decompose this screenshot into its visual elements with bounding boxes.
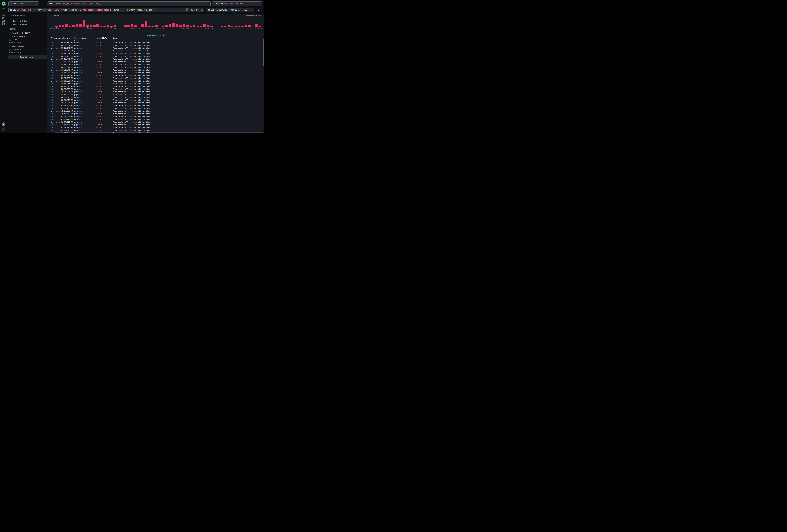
severity-info-label[interactable]: info bbox=[13, 39, 17, 41]
expand-chevron-icon[interactable]: › bbox=[48, 121, 49, 123]
histogram-bar[interactable] bbox=[183, 24, 185, 27]
expand-chevron-icon[interactable]: › bbox=[48, 85, 49, 88]
histogram-bar[interactable] bbox=[100, 26, 103, 27]
expand-chevron-icon[interactable]: › bbox=[48, 74, 49, 77]
expand-chevron-icon[interactable]: › bbox=[48, 112, 49, 115]
expand-chevron-icon[interactable]: › bbox=[48, 49, 49, 52]
histogram-bar[interactable] bbox=[241, 26, 244, 27]
histogram-bar[interactable] bbox=[204, 24, 206, 27]
expand-chevron-icon[interactable]: › bbox=[48, 102, 49, 104]
denoise-checkbox[interactable] bbox=[9, 32, 11, 34]
source-select[interactable]: Demo Logs bbox=[8, 1, 39, 6]
service-checkout-label[interactable]: checkout bbox=[13, 49, 21, 51]
log-row[interactable]: ›Jun 11 1:56:08.948 PMpaymenterrorVisa c… bbox=[47, 49, 262, 52]
histogram-bar[interactable] bbox=[93, 25, 95, 27]
expand-chevron-icon[interactable]: › bbox=[48, 71, 49, 74]
expand-chevron-icon[interactable]: › bbox=[48, 47, 49, 49]
user-avatar[interactable]: U bbox=[2, 127, 5, 131]
histogram-bar[interactable] bbox=[235, 26, 237, 27]
histogram-bar[interactable] bbox=[228, 25, 230, 27]
log-row[interactable]: ›Jun 11 1:54:52.241 PMpaymenterrorVisa c… bbox=[47, 69, 262, 71]
log-row[interactable]: ›Jun 11 1:53:41.873 PMpaymenterrorVisa c… bbox=[47, 85, 262, 88]
expand-chevron-icon[interactable]: › bbox=[48, 69, 49, 71]
log-row[interactable]: ›Jun 11 1:56:38.534 PMpaymenterrorVisa c… bbox=[47, 44, 262, 47]
histogram-bar[interactable] bbox=[83, 20, 85, 27]
log-row[interactable]: ›Jun 11 1:56:42.995 PMpaymenterrorVisa c… bbox=[47, 41, 262, 44]
log-row[interactable]: ›Jun 11 1:56:03.248 PMpaymenterrorVisa c… bbox=[47, 52, 262, 55]
expand-chevron-icon[interactable]: › bbox=[48, 41, 49, 44]
column-resize-handle[interactable]: ⋮ bbox=[111, 37, 112, 39]
histogram-bar[interactable] bbox=[238, 26, 240, 27]
histogram-bar[interactable] bbox=[245, 25, 247, 27]
expand-chevron-icon[interactable]: › bbox=[48, 93, 49, 96]
histogram-bar[interactable] bbox=[197, 26, 199, 27]
histogram-bar[interactable] bbox=[162, 26, 165, 27]
histogram-bar[interactable] bbox=[190, 26, 192, 27]
expand-chevron-icon[interactable]: › bbox=[48, 132, 49, 133]
histogram-bar[interactable] bbox=[79, 24, 82, 27]
expand-chevron-icon[interactable]: › bbox=[48, 82, 49, 85]
histogram-bar[interactable] bbox=[248, 25, 251, 27]
histogram-bar[interactable] bbox=[110, 26, 113, 27]
log-row[interactable]: ›Jun 11 1:52:19.473 PMpaymenterrorVisa c… bbox=[47, 112, 262, 115]
denoise-label[interactable]: Denoise Results bbox=[15, 32, 31, 34]
log-row[interactable]: ›Jun 11 1:53:05.578 PMpaymenterrorVisa c… bbox=[47, 96, 262, 99]
expand-chevron-icon[interactable]: › bbox=[48, 55, 49, 58]
histogram-bar[interactable] bbox=[255, 24, 258, 27]
log-row[interactable]: ›Jun 11 1:55:51.448 PMpaymenterrorVisa c… bbox=[47, 58, 262, 60]
expand-chevron-icon[interactable]: › bbox=[48, 123, 49, 126]
log-row[interactable]: ›Jun 11 1:51:43.121 PMpaymenterrorVisa c… bbox=[47, 123, 262, 126]
more-filters-button[interactable]: More filters bbox=[8, 56, 47, 59]
filter-group-servicename[interactable]: ServiceName bbox=[12, 46, 24, 48]
log-row[interactable]: ›Jun 11 1:53:26.250 PMpaymenterrorVisa c… bbox=[47, 88, 262, 90]
where-clause-input[interactable]: WHERE SeverityText = 'error' AND Body IL… bbox=[8, 7, 205, 12]
log-row[interactable]: ›Jun 11 1:53:24.274 PMpaymenterrorVisa c… bbox=[47, 90, 262, 93]
histogram-bar[interactable] bbox=[103, 26, 106, 27]
log-row[interactable]: ›Jun 11 1:54:40.218 PMpaymenterrorVisa c… bbox=[47, 74, 262, 77]
col-header-body[interactable]: Body bbox=[113, 37, 117, 39]
resume-live-tail-button[interactable]: Resume Live Tail bbox=[146, 34, 167, 37]
log-row[interactable]: ›Jun 11 1:51:57.712 PMpaymenterrorVisa c… bbox=[47, 118, 262, 121]
col-header-servicename[interactable]: ServiceName bbox=[74, 37, 86, 39]
histogram-bar[interactable] bbox=[76, 24, 78, 27]
log-row[interactable]: ›Jun 11 1:52:51.824 PMpaymenterrorVisa c… bbox=[47, 102, 262, 104]
histogram-bar[interactable] bbox=[145, 21, 147, 27]
language-toggle-sql[interactable]: SQL bbox=[190, 9, 193, 11]
expand-chevron-icon[interactable]: › bbox=[48, 96, 49, 99]
log-row[interactable]: ›Jun 11 1:51:22.457 PMpaymenterrorVisa c… bbox=[47, 132, 262, 133]
severity-info-checkbox[interactable] bbox=[9, 39, 11, 41]
tab-event-patterns[interactable]: Event Patterns bbox=[13, 23, 28, 26]
histogram-bar[interactable] bbox=[124, 25, 127, 27]
expand-chevron-icon[interactable]: › bbox=[48, 115, 49, 118]
order-by-input[interactable]: ORDER BY TimestampTime DESC bbox=[212, 1, 262, 6]
histogram-bar[interactable] bbox=[107, 25, 109, 27]
histogram-bar[interactable] bbox=[179, 25, 182, 27]
help-button[interactable]: ? bbox=[2, 122, 5, 126]
expand-chevron-icon[interactable]: › bbox=[48, 107, 49, 110]
collapse-sidebar-icon[interactable] bbox=[2, 8, 5, 11]
log-row[interactable]: ›Jun 11 1:53:00.676 PMpaymenterrorVisa c… bbox=[47, 99, 262, 102]
histogram-bar[interactable] bbox=[172, 23, 175, 27]
expand-chevron-icon[interactable]: › bbox=[48, 104, 49, 107]
severity-load-more[interactable]: Load more bbox=[9, 42, 21, 44]
expand-chevron-icon[interactable]: › bbox=[48, 80, 49, 82]
log-row[interactable]: ›Jun 11 1:51:47.229 PMpaymenterrorVisa c… bbox=[47, 121, 262, 123]
log-row[interactable]: ›Jun 11 1:52:25.630 PMpaymenterrorVisa c… bbox=[47, 110, 262, 112]
expand-chevron-icon[interactable]: › bbox=[48, 52, 49, 55]
histogram-bar[interactable] bbox=[55, 26, 58, 27]
log-row[interactable]: ›Jun 11 1:52:30.469 PMpaymenterrorVisa c… bbox=[47, 107, 262, 110]
col-header-timestamp[interactable]: Timestamp (Local) bbox=[51, 37, 70, 39]
histogram-bar[interactable] bbox=[72, 25, 75, 27]
expand-chevron-icon[interactable]: › bbox=[48, 118, 49, 121]
col-header-severitytext[interactable]: SeverityText bbox=[97, 37, 110, 39]
dashboards-icon[interactable] bbox=[2, 22, 5, 25]
log-row[interactable]: ›Jun 11 1:54:43.948 PMpaymenterrorVisa c… bbox=[47, 71, 262, 74]
log-row[interactable]: ›Jun 11 1:52:35.232 PMpaymenterrorVisa c… bbox=[47, 104, 262, 107]
histogram-bar[interactable] bbox=[59, 25, 61, 27]
log-row[interactable]: ›Jun 11 1:55:16.296 PMpaymenterrorVisa c… bbox=[47, 63, 262, 66]
histogram-bar[interactable] bbox=[97, 24, 99, 27]
tab-results-table[interactable]: Results Table bbox=[13, 20, 27, 22]
expand-chevron-icon[interactable]: › bbox=[48, 110, 49, 112]
log-row[interactable]: ›Jun 11 1:56:32.843 PMpaymenterrorVisa c… bbox=[47, 47, 262, 49]
log-row[interactable]: ›Jun 11 1:51:31.415 PMpaymenterrorVisa c… bbox=[47, 129, 262, 132]
